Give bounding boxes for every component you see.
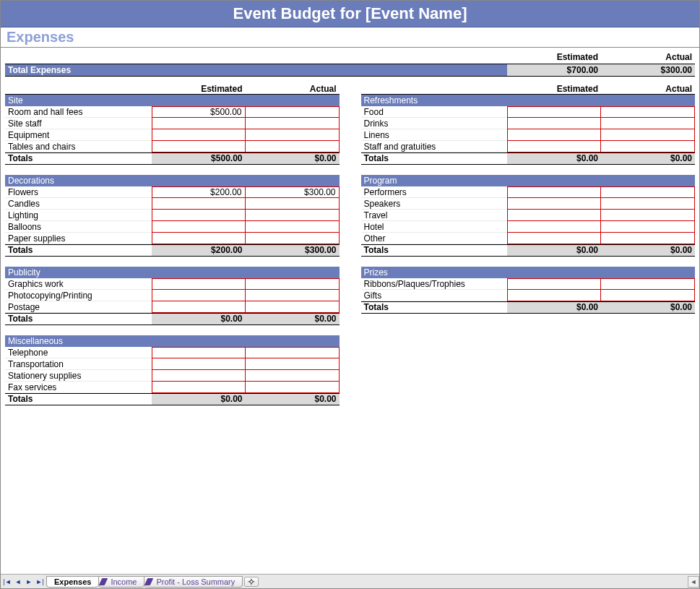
estimated-cell[interactable] bbox=[507, 129, 601, 141]
estimated-cell[interactable] bbox=[507, 106, 601, 118]
actual-cell[interactable] bbox=[601, 129, 695, 141]
estimated-cell[interactable] bbox=[507, 278, 601, 290]
estimated-cell[interactable] bbox=[507, 210, 601, 221]
actual-cell[interactable] bbox=[246, 233, 340, 244]
totals-actual: $0.00 bbox=[601, 302, 695, 313]
line-item-row: Speakers bbox=[361, 198, 696, 210]
totals-label: Totals bbox=[5, 394, 152, 405]
line-item-label: Candles bbox=[5, 199, 152, 210]
actual-cell[interactable] bbox=[601, 233, 695, 244]
category-block: MiscellaneousTelephoneTransportationStat… bbox=[5, 335, 340, 405]
actual-cell[interactable] bbox=[246, 382, 340, 393]
estimated-cell[interactable] bbox=[152, 129, 246, 141]
line-item-row: Gifts bbox=[361, 290, 696, 301]
actual-cell[interactable] bbox=[246, 347, 340, 358]
estimated-cell[interactable] bbox=[152, 370, 246, 382]
actual-cell[interactable] bbox=[246, 221, 340, 233]
estimated-cell[interactable] bbox=[507, 233, 601, 244]
actual-cell[interactable] bbox=[601, 186, 695, 198]
line-item-label: Speakers bbox=[361, 199, 508, 210]
tab-nav-prev-icon[interactable]: ◄ bbox=[13, 577, 23, 587]
category-block: DecorationsFlowers$200.00$300.00CandlesL… bbox=[5, 175, 340, 257]
category-totals-row: Totals$500.00$0.00 bbox=[5, 152, 340, 165]
total-expenses-actual: $300.00 bbox=[601, 64, 695, 76]
actual-cell[interactable] bbox=[246, 198, 340, 210]
totals-label: Totals bbox=[361, 302, 508, 313]
line-item-row: Performers bbox=[361, 186, 696, 198]
estimated-cell[interactable] bbox=[507, 118, 601, 129]
totals-estimated: $0.00 bbox=[507, 245, 601, 256]
actual-cell[interactable] bbox=[601, 141, 695, 152]
actual-cell[interactable] bbox=[246, 358, 340, 370]
actual-cell[interactable] bbox=[246, 301, 340, 313]
estimated-cell[interactable] bbox=[507, 186, 601, 198]
actual-cell[interactable] bbox=[246, 129, 340, 141]
line-item-label: Stationery supplies bbox=[5, 371, 152, 382]
category-block: ProgramPerformersSpeakersTravelHotelOthe… bbox=[361, 175, 696, 257]
line-item-label: Gifts bbox=[361, 291, 508, 301]
line-item-row: Fax services bbox=[5, 382, 340, 393]
hscroll-left-icon[interactable]: ◄ bbox=[688, 576, 699, 588]
totals-actual: $0.00 bbox=[246, 394, 340, 405]
new-sheet-icon[interactable]: ✧ bbox=[244, 577, 259, 587]
actual-cell[interactable] bbox=[246, 290, 340, 301]
actual-cell[interactable] bbox=[601, 221, 695, 233]
totals-label: Totals bbox=[5, 314, 152, 324]
actual-cell[interactable] bbox=[601, 278, 695, 290]
actual-cell[interactable] bbox=[246, 118, 340, 129]
line-item-label: Travel bbox=[361, 210, 508, 221]
estimated-cell[interactable] bbox=[152, 118, 246, 129]
line-item-label: Telephone bbox=[5, 348, 152, 358]
estimated-cell[interactable] bbox=[152, 358, 246, 370]
estimated-cell[interactable] bbox=[152, 382, 246, 393]
actual-cell[interactable] bbox=[246, 370, 340, 382]
line-item-label: Paper supplies bbox=[5, 233, 152, 244]
estimated-cell[interactable] bbox=[507, 141, 601, 152]
line-item-row: Linens bbox=[361, 129, 696, 141]
tab-nav-last-icon[interactable]: ►| bbox=[35, 577, 45, 587]
actual-cell[interactable] bbox=[246, 141, 340, 152]
sheet-tab-expenses[interactable]: Expenses bbox=[46, 576, 99, 588]
totals-estimated: $0.00 bbox=[152, 394, 246, 405]
line-item-row: Site staff bbox=[5, 118, 340, 129]
category-title: Miscellaneous bbox=[5, 335, 340, 347]
tab-nav-first-icon[interactable]: |◄ bbox=[2, 577, 12, 587]
actual-cell[interactable]: $300.00 bbox=[246, 186, 340, 198]
actual-cell[interactable] bbox=[601, 118, 695, 129]
totals-label: Totals bbox=[5, 153, 152, 164]
actual-cell[interactable] bbox=[246, 210, 340, 221]
estimated-cell[interactable] bbox=[152, 221, 246, 233]
totals-estimated: $0.00 bbox=[507, 153, 601, 164]
estimated-cell[interactable] bbox=[507, 221, 601, 233]
sheet-tab-income[interactable]: Income bbox=[98, 576, 144, 588]
actual-cell[interactable] bbox=[601, 106, 695, 118]
estimated-cell[interactable]: $500.00 bbox=[152, 106, 246, 118]
estimated-cell[interactable] bbox=[152, 278, 246, 290]
line-item-label: Graphics work bbox=[5, 279, 152, 290]
estimated-cell[interactable] bbox=[507, 290, 601, 301]
actual-cell[interactable] bbox=[601, 290, 695, 301]
estimated-cell[interactable] bbox=[507, 198, 601, 210]
category-totals-row: Totals$200.00$300.00 bbox=[5, 244, 340, 257]
col-header-estimated: Estimated bbox=[152, 84, 246, 94]
totals-estimated: $0.00 bbox=[507, 302, 601, 313]
estimated-cell[interactable] bbox=[152, 141, 246, 152]
actual-cell[interactable] bbox=[601, 210, 695, 221]
estimated-cell[interactable] bbox=[152, 210, 246, 221]
col-header-actual: Actual bbox=[601, 84, 695, 94]
actual-cell[interactable] bbox=[246, 106, 340, 118]
estimated-cell[interactable] bbox=[152, 301, 246, 313]
tab-nav-next-icon[interactable]: ► bbox=[24, 577, 34, 587]
line-item-label: Ribbons/Plaques/Trophies bbox=[361, 279, 508, 290]
sheet-tab-profit-loss[interactable]: Profit - Loss Summary bbox=[144, 576, 243, 588]
estimated-cell[interactable] bbox=[152, 198, 246, 210]
line-item-row: Travel bbox=[361, 210, 696, 221]
estimated-cell[interactable] bbox=[152, 347, 246, 358]
actual-cell[interactable] bbox=[246, 278, 340, 290]
estimated-cell[interactable] bbox=[152, 290, 246, 301]
estimated-cell[interactable]: $200.00 bbox=[152, 186, 246, 198]
actual-cell[interactable] bbox=[601, 198, 695, 210]
line-item-row: Photocopying/Printing bbox=[5, 290, 340, 301]
line-item-label: Staff and gratuities bbox=[361, 142, 508, 152]
estimated-cell[interactable] bbox=[152, 233, 246, 244]
